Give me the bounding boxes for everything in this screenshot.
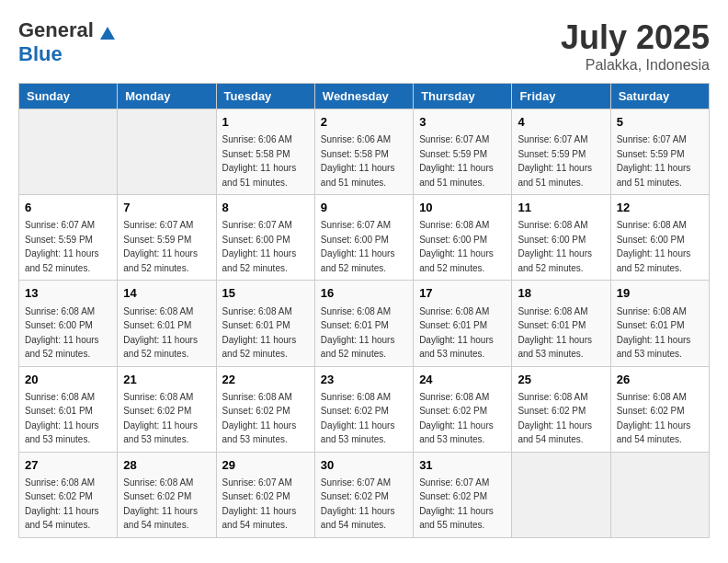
weekday-header-cell: Saturday	[610, 84, 709, 109]
day-number: 5	[617, 114, 703, 131]
logo-blue: Blue	[18, 42, 63, 66]
day-number: 15	[222, 285, 309, 302]
calendar-cell: 27 Sunrise: 6:08 AMSunset: 6:02 PMDaylig…	[19, 452, 118, 537]
calendar-cell: 1 Sunrise: 6:06 AMSunset: 5:58 PMDayligh…	[216, 109, 314, 195]
calendar-cell: 3 Sunrise: 6:07 AMSunset: 5:59 PMDayligh…	[414, 109, 512, 195]
calendar-week-row: 27 Sunrise: 6:08 AMSunset: 6:02 PMDaylig…	[19, 452, 710, 537]
day-number: 27	[25, 457, 111, 474]
calendar-cell	[610, 452, 709, 537]
logo-icon	[99, 25, 116, 41]
calendar-cell: 2 Sunrise: 6:06 AMSunset: 5:58 PMDayligh…	[314, 109, 413, 195]
calendar-cell: 5 Sunrise: 6:07 AMSunset: 5:59 PMDayligh…	[610, 109, 709, 195]
weekday-header-cell: Sunday	[19, 84, 118, 109]
day-number: 30	[321, 457, 407, 474]
calendar-cell: 7 Sunrise: 6:07 AMSunset: 5:59 PMDayligh…	[118, 195, 216, 281]
day-info: Sunrise: 6:08 AMSunset: 6:02 PMDaylight:…	[222, 392, 297, 445]
logo: General Blue	[18, 18, 116, 66]
calendar-cell: 24 Sunrise: 6:08 AMSunset: 6:02 PMDaylig…	[414, 366, 512, 452]
calendar-cell: 21 Sunrise: 6:08 AMSunset: 6:02 PMDaylig…	[118, 366, 216, 452]
calendar-cell: 30 Sunrise: 6:07 AMSunset: 6:02 PMDaylig…	[314, 452, 413, 537]
day-info: Sunrise: 6:08 AMSunset: 6:01 PMDaylight:…	[617, 306, 691, 360]
day-info: Sunrise: 6:07 AMSunset: 5:59 PMDaylight:…	[518, 134, 592, 188]
svg-marker-0	[100, 27, 115, 40]
calendar-cell: 8 Sunrise: 6:07 AMSunset: 6:00 PMDayligh…	[216, 195, 314, 281]
calendar-cell: 23 Sunrise: 6:08 AMSunset: 6:02 PMDaylig…	[314, 366, 413, 452]
day-number: 28	[123, 457, 210, 474]
day-number: 14	[123, 285, 210, 302]
day-info: Sunrise: 6:08 AMSunset: 6:02 PMDaylight:…	[123, 392, 198, 445]
day-info: Sunrise: 6:08 AMSunset: 6:01 PMDaylight:…	[25, 392, 99, 445]
day-number: 8	[222, 200, 309, 216]
location-title: Palakka, Indonesia	[561, 57, 710, 74]
title-area: July 2025 Palakka, Indonesia	[561, 18, 710, 74]
day-info: Sunrise: 6:08 AMSunset: 6:00 PMDaylight:…	[617, 220, 691, 273]
day-number: 1	[222, 114, 309, 131]
calendar-cell: 25 Sunrise: 6:08 AMSunset: 6:02 PMDaylig…	[512, 366, 610, 452]
calendar-cell: 31 Sunrise: 6:07 AMSunset: 6:02 PMDaylig…	[414, 452, 512, 537]
calendar-cell	[118, 109, 216, 195]
calendar-cell: 10 Sunrise: 6:08 AMSunset: 6:00 PMDaylig…	[414, 195, 512, 281]
weekday-header-cell: Thursday	[414, 84, 512, 109]
day-info: Sunrise: 6:07 AMSunset: 6:02 PMDaylight:…	[222, 477, 297, 531]
day-number: 12	[617, 200, 703, 216]
day-number: 16	[321, 285, 407, 302]
day-number: 19	[617, 285, 703, 302]
day-number: 7	[123, 200, 210, 216]
day-number: 2	[321, 114, 407, 131]
calendar-cell: 29 Sunrise: 6:07 AMSunset: 6:02 PMDaylig…	[216, 452, 314, 537]
calendar-week-row: 1 Sunrise: 6:06 AMSunset: 5:58 PMDayligh…	[19, 109, 710, 195]
day-info: Sunrise: 6:08 AMSunset: 6:01 PMDaylight:…	[123, 306, 198, 360]
day-info: Sunrise: 6:07 AMSunset: 5:59 PMDaylight:…	[419, 134, 494, 188]
day-info: Sunrise: 6:08 AMSunset: 6:00 PMDaylight:…	[25, 306, 99, 360]
day-number: 18	[518, 285, 604, 302]
day-info: Sunrise: 6:08 AMSunset: 6:00 PMDaylight:…	[419, 220, 494, 273]
day-number: 11	[518, 200, 604, 216]
calendar-week-row: 20 Sunrise: 6:08 AMSunset: 6:01 PMDaylig…	[19, 366, 710, 452]
day-info: Sunrise: 6:07 AMSunset: 5:59 PMDaylight:…	[123, 220, 198, 273]
day-info: Sunrise: 6:07 AMSunset: 6:02 PMDaylight:…	[321, 477, 395, 531]
day-number: 23	[321, 372, 407, 388]
calendar-cell: 9 Sunrise: 6:07 AMSunset: 6:00 PMDayligh…	[314, 195, 413, 281]
day-info: Sunrise: 6:08 AMSunset: 6:01 PMDaylight:…	[222, 306, 297, 360]
day-info: Sunrise: 6:08 AMSunset: 6:02 PMDaylight:…	[123, 477, 198, 531]
day-number: 22	[222, 372, 309, 388]
day-info: Sunrise: 6:07 AMSunset: 5:59 PMDaylight:…	[617, 134, 691, 188]
calendar-cell: 16 Sunrise: 6:08 AMSunset: 6:01 PMDaylig…	[314, 281, 413, 366]
day-info: Sunrise: 6:08 AMSunset: 6:02 PMDaylight:…	[617, 392, 691, 445]
day-info: Sunrise: 6:08 AMSunset: 6:01 PMDaylight:…	[321, 306, 395, 360]
day-number: 31	[419, 457, 506, 474]
calendar-week-row: 13 Sunrise: 6:08 AMSunset: 6:00 PMDaylig…	[19, 281, 710, 366]
calendar-cell: 20 Sunrise: 6:08 AMSunset: 6:01 PMDaylig…	[19, 366, 118, 452]
calendar-cell: 18 Sunrise: 6:08 AMSunset: 6:01 PMDaylig…	[512, 281, 610, 366]
calendar-cell: 4 Sunrise: 6:07 AMSunset: 5:59 PMDayligh…	[512, 109, 610, 195]
day-number: 13	[25, 285, 111, 302]
day-number: 21	[123, 372, 210, 388]
calendar-cell: 19 Sunrise: 6:08 AMSunset: 6:01 PMDaylig…	[610, 281, 709, 366]
day-info: Sunrise: 6:08 AMSunset: 6:02 PMDaylight:…	[321, 392, 395, 445]
day-number: 25	[518, 372, 604, 388]
calendar-table: SundayMondayTuesdayWednesdayThursdayFrid…	[18, 83, 710, 538]
day-number: 24	[419, 372, 506, 388]
day-number: 3	[419, 114, 506, 131]
calendar-cell	[512, 452, 610, 537]
calendar-cell: 11 Sunrise: 6:08 AMSunset: 6:00 PMDaylig…	[512, 195, 610, 281]
weekday-header-row: SundayMondayTuesdayWednesdayThursdayFrid…	[19, 84, 710, 109]
day-info: Sunrise: 6:08 AMSunset: 6:02 PMDaylight:…	[25, 477, 99, 531]
weekday-header-cell: Tuesday	[216, 84, 314, 109]
day-info: Sunrise: 6:08 AMSunset: 6:02 PMDaylight:…	[518, 392, 592, 445]
header: General Blue July 2025 Palakka, Indonesi…	[18, 18, 710, 74]
calendar-cell: 12 Sunrise: 6:08 AMSunset: 6:00 PMDaylig…	[610, 195, 709, 281]
weekday-header-cell: Wednesday	[314, 84, 413, 109]
day-info: Sunrise: 6:07 AMSunset: 6:02 PMDaylight:…	[419, 477, 494, 531]
day-info: Sunrise: 6:08 AMSunset: 6:01 PMDaylight:…	[518, 306, 592, 360]
calendar-cell: 26 Sunrise: 6:08 AMSunset: 6:02 PMDaylig…	[610, 366, 709, 452]
day-info: Sunrise: 6:06 AMSunset: 5:58 PMDaylight:…	[321, 134, 395, 188]
day-info: Sunrise: 6:07 AMSunset: 5:59 PMDaylight:…	[25, 220, 99, 273]
calendar-cell: 6 Sunrise: 6:07 AMSunset: 5:59 PMDayligh…	[19, 195, 118, 281]
day-number: 26	[617, 372, 703, 388]
logo-general: General	[18, 18, 116, 42]
month-title: July 2025	[561, 18, 710, 57]
calendar-cell: 22 Sunrise: 6:08 AMSunset: 6:02 PMDaylig…	[216, 366, 314, 452]
day-number: 17	[419, 285, 506, 302]
day-number: 6	[25, 200, 111, 216]
